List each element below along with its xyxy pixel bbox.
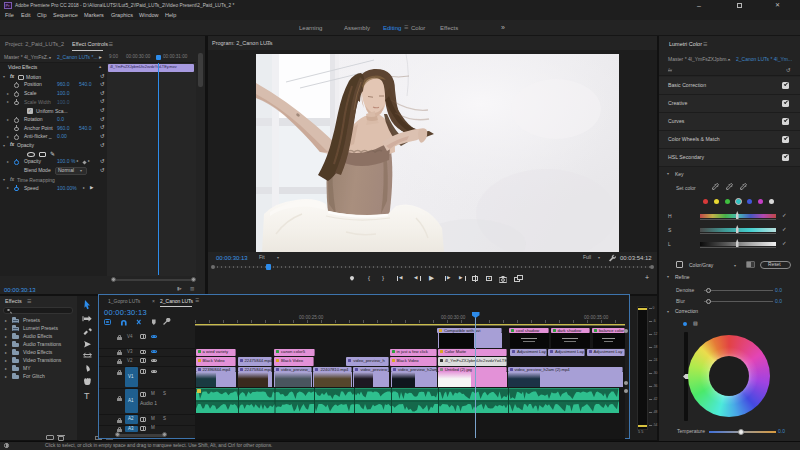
svg-text:T: T [84,391,90,400]
